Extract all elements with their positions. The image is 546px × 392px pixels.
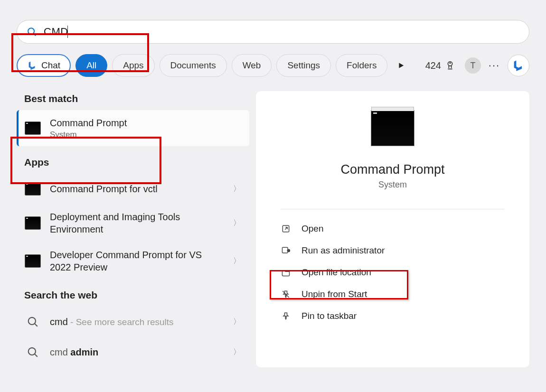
filters-overflow-arrow[interactable] bbox=[392, 62, 411, 69]
filter-folders[interactable]: Folders bbox=[336, 54, 387, 77]
open-icon bbox=[281, 224, 291, 234]
shield-icon bbox=[281, 245, 291, 256]
app-title: Developer Command Prompt for VS 2022 Pre… bbox=[50, 249, 225, 273]
filter-all[interactable]: All bbox=[75, 54, 107, 77]
unpin-icon bbox=[281, 289, 291, 299]
preview-panel: Command Prompt System Open Run as admini… bbox=[256, 91, 529, 367]
action-label: Open bbox=[301, 224, 323, 234]
best-match-title: Command Prompt bbox=[50, 117, 241, 129]
action-label: Unpin from Start bbox=[301, 289, 367, 299]
web-suffix: - See more search results bbox=[68, 317, 174, 327]
search-icon bbox=[24, 313, 41, 330]
chat-chip[interactable]: Chat bbox=[17, 54, 71, 77]
app-title: Deployment and Imaging Tools Environment bbox=[50, 211, 225, 235]
action-open-location[interactable]: Open file location bbox=[270, 261, 515, 283]
chevron-right-icon: 〉 bbox=[233, 256, 241, 266]
svg-line-1 bbox=[34, 34, 36, 36]
action-run-as-admin[interactable]: Run as administrator bbox=[270, 240, 515, 261]
text-cursor bbox=[67, 26, 68, 38]
best-match-header: Best match bbox=[17, 91, 249, 110]
filter-apps[interactable]: Apps bbox=[112, 54, 154, 77]
filter-settings[interactable]: Settings bbox=[276, 54, 331, 77]
more-icon[interactable]: ··· bbox=[486, 59, 503, 72]
apps-header: Apps bbox=[17, 155, 249, 174]
app-large-icon bbox=[371, 110, 414, 146]
rewards-points[interactable]: 424 bbox=[425, 60, 455, 71]
action-pin-taskbar[interactable]: Pin to taskbar bbox=[270, 305, 515, 327]
best-match-subtitle: System bbox=[50, 130, 241, 140]
bing-icon bbox=[27, 60, 38, 71]
action-label: Pin to taskbar bbox=[301, 311, 357, 321]
trophy-icon bbox=[445, 60, 455, 71]
web-result[interactable]: cmd - See more search results 〉 bbox=[17, 307, 249, 337]
app-title: Command Prompt for vctl bbox=[50, 183, 225, 195]
action-unpin-start[interactable]: Unpin from Start bbox=[270, 283, 515, 305]
cmd-icon bbox=[24, 120, 41, 137]
filter-web[interactable]: Web bbox=[232, 54, 272, 77]
cmd-icon bbox=[24, 180, 41, 197]
action-label: Open file location bbox=[301, 267, 371, 278]
svg-point-0 bbox=[28, 28, 34, 34]
best-match-item[interactable]: Command Prompt System bbox=[17, 110, 249, 146]
cmd-icon bbox=[24, 252, 41, 270]
action-open[interactable]: Open bbox=[270, 218, 515, 240]
chat-label: Chat bbox=[41, 60, 60, 71]
divider bbox=[281, 209, 505, 209]
points-count: 424 bbox=[425, 60, 441, 71]
svg-line-4 bbox=[35, 324, 37, 326]
bing-chat-disc[interactable] bbox=[508, 55, 529, 76]
avatar[interactable]: T bbox=[465, 57, 481, 74]
preview-title: Command Prompt bbox=[270, 162, 515, 177]
web-header: Search the web bbox=[17, 288, 249, 307]
web-term: cmd bbox=[50, 317, 68, 327]
app-result[interactable]: Developer Command Prompt for VS 2022 Pre… bbox=[17, 242, 249, 280]
search-bar[interactable]: CMD bbox=[17, 20, 529, 44]
preview-subtitle: System bbox=[270, 180, 515, 190]
svg-point-5 bbox=[28, 348, 36, 355]
filter-documents[interactable]: Documents bbox=[160, 54, 227, 77]
web-result[interactable]: cmd admin 〉 bbox=[17, 337, 249, 367]
chevron-right-icon: 〉 bbox=[233, 347, 241, 357]
chevron-right-icon: 〉 bbox=[233, 218, 241, 228]
chevron-right-icon: 〉 bbox=[233, 184, 241, 194]
svg-line-6 bbox=[35, 354, 37, 356]
pin-icon bbox=[281, 311, 291, 321]
action-label: Run as administrator bbox=[301, 245, 385, 256]
cmd-icon bbox=[24, 215, 41, 232]
web-bold: admin bbox=[70, 347, 98, 357]
svg-point-3 bbox=[28, 317, 36, 325]
chevron-right-icon: 〉 bbox=[233, 317, 241, 327]
svg-rect-8 bbox=[282, 247, 288, 253]
web-prefix: cmd bbox=[50, 347, 70, 357]
search-input[interactable]: CMD bbox=[44, 26, 68, 38]
folder-icon bbox=[281, 267, 291, 278]
search-icon bbox=[24, 344, 41, 361]
app-result[interactable]: Deployment and Imaging Tools Environment… bbox=[17, 204, 249, 242]
search-icon bbox=[27, 27, 37, 37]
app-result[interactable]: Command Prompt for vctl 〉 bbox=[17, 174, 249, 204]
filter-row: Chat All Apps Documents Web Settings Fol… bbox=[17, 54, 529, 77]
results-panel: Best match Command Prompt System Apps Co… bbox=[17, 91, 249, 367]
